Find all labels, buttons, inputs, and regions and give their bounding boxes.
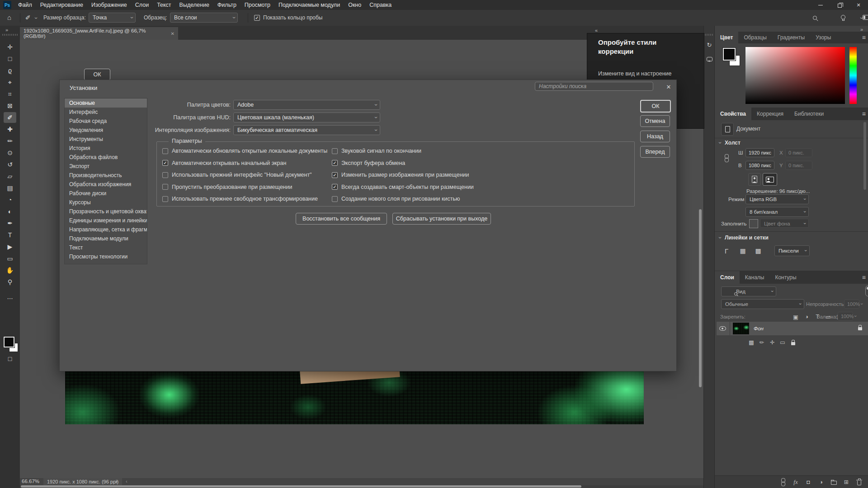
landscape-orientation-button[interactable] [763, 173, 777, 186]
pref-nav-item[interactable]: Просмотры технологии [65, 252, 147, 261]
properties-tab[interactable]: Библиотеки [789, 108, 829, 120]
collapse-group-icon[interactable]: « [595, 28, 598, 33]
rulers-section-header[interactable]: ›Линейки и сетки [719, 235, 769, 241]
tool-marquee[interactable]: □ [4, 53, 16, 64]
tool-healing-brush[interactable]: ✚ [4, 124, 16, 135]
filter-toggle-switch[interactable] [865, 286, 868, 296]
close-window-button[interactable]: ✕ [849, 0, 868, 10]
ok-button[interactable]: ОК [640, 100, 671, 113]
menu-item[interactable]: Редактирование [36, 0, 87, 10]
tool-blur[interactable]: ◔ [4, 194, 16, 205]
checkbox[interactable] [162, 148, 168, 154]
tool-clone-stamp[interactable]: ⊙ [4, 147, 16, 158]
color-tab[interactable]: Градиенты [772, 32, 810, 43]
menu-item[interactable]: Окно [344, 0, 365, 10]
discover-lightbulb-icon[interactable] [841, 15, 845, 19]
pref-nav-item[interactable]: Единицы измерения и линейки [65, 216, 147, 225]
collapse-dock-icon[interactable]: » [5, 27, 8, 33]
checkbox[interactable]: ✓ [332, 160, 338, 166]
menu-item[interactable]: Выделение [175, 0, 213, 10]
tool-frame[interactable]: ⊠ [4, 100, 16, 111]
tool-brush[interactable]: ✏ [4, 136, 16, 146]
status-prev-icon[interactable]: ‹ [126, 479, 127, 484]
pref-nav-item[interactable]: Инструменты [65, 135, 147, 144]
pref-checkbox-row[interactable]: ✓Всегда создавать смарт-объекты при разм… [332, 183, 474, 191]
tool-path-selection[interactable]: ▶ [4, 241, 16, 252]
x-input[interactable]: 0 пикс. [785, 148, 812, 157]
pref-field-select[interactable]: Бикубическая автоматическая› [233, 125, 380, 135]
preferences-search-input[interactable] [535, 82, 653, 91]
tool-lasso[interactable]: ϱ [4, 65, 16, 76]
chevron-down-icon[interactable]: › [859, 17, 864, 19]
dialog-close-button[interactable]: ✕ [665, 83, 673, 91]
pref-nav-item[interactable]: Производительность [65, 171, 147, 180]
menu-item[interactable]: Изображение [87, 0, 131, 10]
pref-checkbox-row[interactable]: Автоматически обновлять открытые локальн… [162, 147, 327, 155]
search-icon[interactable] [813, 16, 817, 20]
pref-nav-item[interactable]: Экспорт [65, 162, 147, 171]
layer-lock-icon[interactable] [858, 327, 862, 330]
vertical-scrollbar[interactable] [699, 209, 702, 387]
menu-item[interactable]: Файл [14, 0, 36, 10]
prev-button[interactable]: Назад [640, 131, 670, 142]
dock-grip[interactable] [705, 34, 714, 36]
layers-tab[interactable]: Каналы [740, 271, 770, 284]
menu-item[interactable]: Текст [153, 0, 175, 10]
screen-mode-button[interactable]: □ [4, 353, 16, 364]
checkbox[interactable]: ✓ [162, 160, 168, 166]
opacity-input[interactable]: 100% [844, 300, 859, 309]
history-panel-icon[interactable]: ↻ [704, 39, 715, 50]
checkbox[interactable] [162, 184, 168, 190]
tool-gradient[interactable]: ▤ [4, 183, 16, 193]
cancel-button[interactable]: Отмена [640, 115, 670, 127]
pref-checkbox-row[interactable]: Пропустить преобразование при размещении [162, 183, 292, 191]
pref-checkbox-row[interactable]: ✓Экспорт буфера обмена [332, 160, 405, 167]
zoom-level-field[interactable]: 66.67% [22, 479, 39, 484]
tool-pen[interactable]: ✒ [4, 218, 16, 229]
portrait-orientation-button[interactable] [748, 173, 761, 186]
tool-shape[interactable]: ▭ [4, 253, 16, 264]
panel-scrollbar[interactable] [863, 122, 866, 190]
pref-nav-item[interactable]: Обработка изображения [65, 180, 147, 189]
rulers-toggle-icon[interactable]: Г [721, 245, 732, 256]
filter-adjustment-layers-icon[interactable]: ◑ [802, 312, 811, 321]
foreground-color-swatch[interactable] [723, 48, 736, 61]
menu-item[interactable]: Просмотр [241, 0, 274, 10]
lock-position-icon[interactable]: ✛ [767, 338, 777, 347]
blend-mode-select[interactable]: Обычные› [721, 299, 804, 309]
saturation-field[interactable] [745, 47, 845, 104]
pref-checkbox-row[interactable]: ✓Автоматически открывать начальный экран [162, 160, 286, 167]
panel-menu-icon[interactable]: ≡ [862, 34, 866, 41]
close-tab-icon[interactable]: ✕ [171, 31, 175, 36]
lock-artboard-icon[interactable]: ▭ [778, 338, 788, 347]
pref-nav-item[interactable]: Обработка файлов [65, 153, 147, 162]
layer-fill-input[interactable]: 100% [838, 312, 853, 321]
properties-tab[interactable]: Свойства [715, 108, 751, 120]
home-button[interactable]: ⌂ [7, 14, 11, 21]
menu-item[interactable]: Справка [365, 0, 396, 10]
bit-depth-select[interactable]: 8 бит/канал› [745, 207, 809, 217]
pref-nav-item[interactable]: Текст [65, 243, 147, 252]
tool-eraser[interactable]: ▱ [4, 171, 16, 182]
pref-checkbox-row[interactable]: Использовать прежнее свободное трансформ… [162, 195, 318, 202]
tool-type[interactable]: T [4, 230, 16, 240]
foreground-color-swatch[interactable] [4, 337, 14, 347]
next-button[interactable]: Вперед [640, 146, 670, 158]
pref-checkbox-row[interactable]: Использовать прежний интерфейс "Новый до… [162, 171, 312, 178]
pref-nav-item[interactable]: Подключаемые модули [65, 234, 147, 243]
pref-checkbox-row[interactable]: ✓Изменить размер изображения при размеще… [332, 171, 469, 178]
layer-row[interactable]: Фон [717, 322, 868, 335]
layers-tab[interactable]: Слои [715, 271, 740, 284]
lock-all-icon[interactable] [788, 338, 798, 347]
show-sampling-ring-checkbox[interactable]: ✓ [254, 15, 260, 21]
pref-nav-item[interactable]: Направляющие, сетка и фрагменты [65, 225, 147, 234]
filter-pixel-layers-icon[interactable]: ▣ [791, 312, 801, 321]
menu-item[interactable]: Слои [131, 0, 153, 10]
sample-size-select[interactable]: Точка › [89, 13, 136, 23]
tool-hand[interactable]: ✋ [4, 265, 16, 276]
color-tab[interactable]: Узоры [810, 32, 836, 43]
reset-preferences-on-quit-button[interactable]: Сбрасывать установки при выходе [392, 213, 491, 225]
width-input[interactable]: 1920 пикс [745, 148, 774, 157]
reset-all-messages-button[interactable]: Восстановить все сообщения [296, 213, 387, 225]
panel-menu-icon[interactable]: ≡ [862, 110, 866, 117]
